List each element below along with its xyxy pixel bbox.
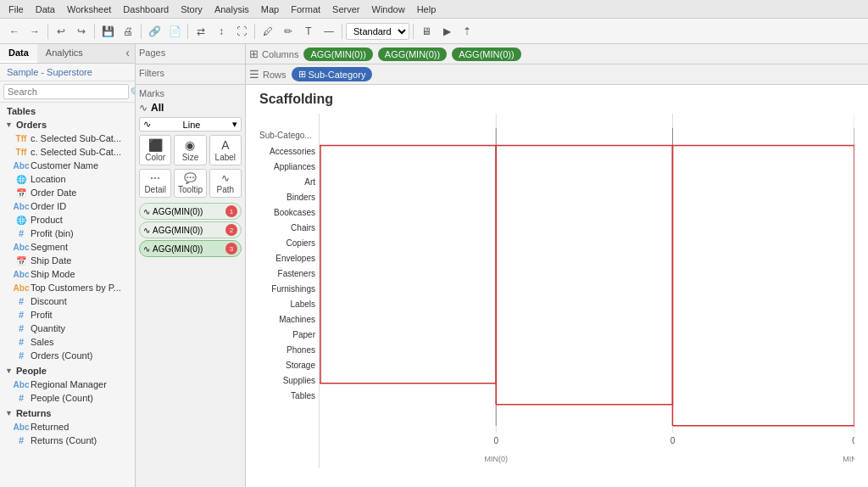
field-quantity[interactable]: # Quantity — [0, 322, 135, 335]
search-input[interactable] — [3, 84, 129, 99]
marks-type-select[interactable]: ∿ Line ▾ — [139, 117, 242, 132]
tab-analytics[interactable]: Analytics — [37, 44, 92, 63]
agg-line-icon-2: ∿ — [143, 226, 150, 235]
field-ship-mode[interactable]: Abc Ship Mode — [0, 267, 135, 281]
field-segment[interactable]: Abc Segment — [0, 240, 135, 254]
agg-field-badge-2: 2 — [225, 224, 237, 236]
toolbar-new-sheet[interactable]: 📄 — [165, 22, 184, 41]
toolbar-format[interactable]: — — [320, 22, 338, 41]
field-selected-sub-cat-2[interactable]: Tff c. Selected Sub-Cat... — [0, 145, 135, 159]
field-product[interactable]: 🌐 Product — [0, 213, 135, 227]
tables-label: Tables — [0, 103, 135, 118]
field-profit-bin[interactable]: # Profit (bin) — [0, 227, 135, 240]
col-pill-1[interactable]: AGG(MIN(0)) — [303, 48, 372, 61]
toolbar-sort[interactable]: ↕ — [212, 22, 231, 41]
sub-cat-row-paper: Paper — [259, 327, 319, 342]
tooltip-icon: 💬 — [184, 172, 197, 184]
field-orders-count[interactable]: # Orders (Count) — [0, 349, 135, 362]
num-icon-profit: # — [15, 309, 27, 321]
toolbar-save[interactable]: 💾 — [98, 22, 117, 41]
marks-size-pill[interactable]: ◉ Size — [174, 135, 206, 165]
toolbar-highlight[interactable]: 🖊 — [259, 22, 277, 41]
field-order-date[interactable]: 📅 Order Date — [0, 186, 135, 199]
menu-window[interactable]: Window — [367, 3, 410, 16]
field-returns-count[interactable]: # Returns (Count) — [0, 434, 135, 447]
calc-icon-2: Tff — [15, 146, 27, 158]
marks-section: Marks ∿ All ∿ Line ▾ ⬛ Color ◉ Siz — [136, 85, 245, 262]
table-header-returns[interactable]: ▼ Returns — [0, 406, 135, 420]
toolbar-share[interactable]: ⇡ — [458, 22, 476, 41]
toolbar-back[interactable]: ← — [5, 22, 24, 41]
col-pill-3[interactable]: AGG(MIN(0)) — [452, 48, 520, 61]
toolbar-swap[interactable]: ⇄ — [192, 22, 210, 41]
toolbar-print[interactable]: 🖨 — [119, 22, 137, 41]
toolbar-undo[interactable]: ↩ — [52, 22, 70, 41]
menu-format[interactable]: Format — [286, 3, 326, 16]
menu-map[interactable]: Map — [256, 3, 284, 16]
rows-shelf: ☰ Rows ⊞ Sub-Category — [246, 64, 868, 85]
sub-cat-row-machines: Machines — [259, 311, 319, 327]
field-label-orderscount: Orders (Count) — [31, 350, 92, 361]
table-header-people[interactable]: ▼ People — [0, 364, 135, 378]
field-people-count[interactable]: # People (Count) — [0, 391, 135, 405]
field-label-quantity: Quantity — [31, 323, 65, 333]
tab-data[interactable]: Data — [0, 44, 37, 63]
field-label-discount: Discount — [31, 296, 67, 306]
menu-worksheet[interactable]: Worksheet — [62, 3, 116, 16]
label-icon: A — [221, 138, 229, 152]
sub-cat-row-fasteners: Fasteners — [259, 266, 319, 281]
marks-path-pill[interactable]: ∿ Path — [209, 169, 242, 198]
field-location[interactable]: 🌐 Location — [0, 172, 135, 186]
menu-server[interactable]: Server — [327, 3, 364, 16]
panel-close-icon[interactable]: ‹ — [120, 44, 135, 63]
toolbar-tooltip[interactable]: T — [299, 22, 318, 41]
toolbar-device[interactable]: 🖥 — [417, 22, 436, 41]
toolbar-connect[interactable]: 🔗 — [145, 22, 164, 41]
field-discount[interactable]: # Discount — [0, 294, 135, 308]
toolbar-redo[interactable]: ↪ — [72, 22, 91, 41]
field-profit[interactable]: # Profit — [0, 308, 135, 322]
expand-returns-icon: ▼ — [5, 409, 13, 417]
menu-file[interactable]: File — [3, 3, 29, 16]
agg-field-3[interactable]: ∿ AGG(MIN(0)) 3 — [139, 240, 242, 257]
menu-help[interactable]: Help — [412, 3, 442, 16]
field-order-id[interactable]: Abc Order ID — [0, 199, 135, 213]
toolbar-present[interactable]: ▶ — [437, 22, 456, 41]
agg-field-1[interactable]: ∿ AGG(MIN(0)) 1 — [139, 203, 242, 220]
main-layout: Data Analytics ‹ Sample - Superstore 🔍 ⫶… — [0, 44, 868, 487]
row-pill-subcategory[interactable]: ⊞ Sub-Category — [292, 67, 373, 81]
menu-story[interactable]: Story — [175, 3, 208, 16]
row-pill-table-icon: ⊞ — [298, 69, 306, 80]
marks-color-pill[interactable]: ⬛ Color — [139, 135, 171, 165]
table-header-orders[interactable]: ▼ Orders — [0, 118, 135, 132]
expand-people-icon: ▼ — [5, 367, 13, 375]
pages-section: Pages — [136, 44, 245, 64]
field-customer-name[interactable]: Abc Customer Name — [0, 159, 135, 172]
view-area: Scaffolding Sub-Catego... Accessories Ap… — [246, 85, 868, 487]
toolbar-fit[interactable]: ⛶ — [232, 22, 251, 41]
menu-data[interactable]: Data — [31, 3, 60, 16]
toolbar-forward[interactable]: → — [25, 22, 44, 41]
col-pill-2[interactable]: AGG(MIN(0)) — [378, 48, 447, 61]
num-icon-profitbin: # — [15, 227, 27, 239]
marks-label-pill[interactable]: A Label — [209, 135, 242, 165]
agg-field-2[interactable]: ∿ AGG(MIN(0)) 2 — [139, 221, 242, 238]
toolbar-standard-select[interactable]: Standard — [346, 23, 409, 40]
field-sales[interactable]: # Sales — [0, 335, 135, 349]
marks-tooltip-pill[interactable]: 💬 Tooltip — [174, 169, 206, 198]
field-ship-date[interactable]: 📅 Ship Date — [0, 254, 135, 267]
svg-text:0: 0 — [670, 436, 676, 445]
datasource-label[interactable]: Sample - Superstore — [0, 64, 135, 81]
field-top-customers[interactable]: Abc Top Customers by P... — [0, 281, 135, 294]
menu-analysis[interactable]: Analysis — [209, 3, 254, 16]
field-selected-sub-cat-1[interactable]: Tff c. Selected Sub-Cat... — [0, 132, 135, 145]
field-returned[interactable]: Abc Returned — [0, 420, 135, 434]
toolbar-annotate[interactable]: ✏ — [279, 22, 298, 41]
marks-detail-pill[interactable]: ⋯ Detail — [139, 169, 171, 198]
field-regional-manager[interactable]: Abc Regional Manager — [0, 378, 135, 391]
calc-icon-topcust: Abc — [15, 282, 27, 294]
marks-type-row[interactable]: ∿ Line ▾ — [139, 117, 242, 132]
marks-all-row: ∿ All — [139, 102, 242, 114]
rows-shelf-label: Rows — [263, 70, 287, 80]
menu-dashboard[interactable]: Dashboard — [118, 3, 174, 16]
